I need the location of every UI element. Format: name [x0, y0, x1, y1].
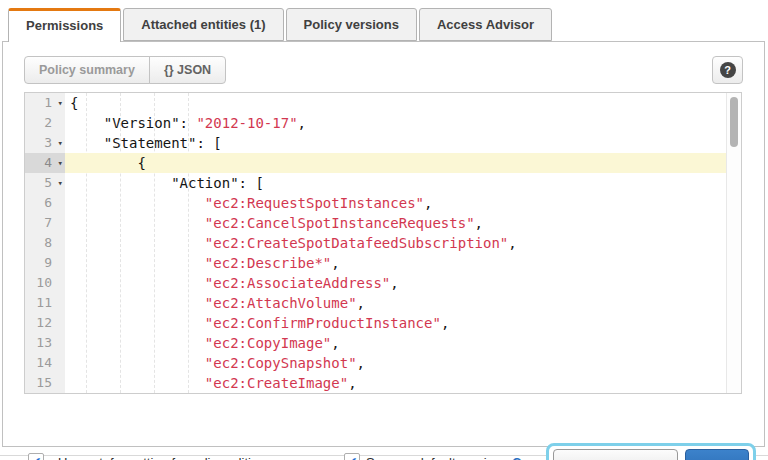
- tab-attached-entities-1[interactable]: Attached entities (1): [123, 8, 283, 41]
- iam-policy-editor: PermissionsAttached entities (1)Policy v…: [0, 0, 768, 460]
- question-mark-icon: ?: [720, 62, 736, 78]
- code-text: "ec2:CreateImage",: [65, 373, 357, 393]
- code-text: "ec2:AssociateAddress",: [65, 273, 399, 293]
- autoformat-label: Use autoformatting for policy editing: [58, 455, 265, 460]
- tab-permissions[interactable]: Permissions: [8, 8, 121, 42]
- code-line-3[interactable]: 3▾ "Statement": [: [25, 133, 741, 153]
- tab-access-advisor[interactable]: Access Advisor: [419, 8, 552, 41]
- code-text: "ec2:CancelSpotInstanceRequests",: [65, 213, 483, 233]
- code-line-1[interactable]: 1▾{: [25, 93, 741, 113]
- checkmark-icon: ✔: [347, 455, 357, 460]
- autoformat-checkbox[interactable]: ✔: [28, 453, 44, 460]
- code-text: "ec2:CreateSpotDatafeedSubscription",: [65, 233, 517, 253]
- code-text: "ec2:ConfirmProductInstance",: [65, 313, 449, 333]
- code-line-15[interactable]: 15 "ec2:CreateImage",: [25, 373, 741, 393]
- code-text: "ec2:CopyImage",: [65, 333, 340, 353]
- line-number: 4▾: [25, 153, 65, 173]
- tab-policy-versions[interactable]: Policy versions: [286, 8, 417, 41]
- code-line-5[interactable]: 5▾ "Action": [: [25, 173, 741, 193]
- view-toggle: Policy summary {} JSON: [24, 56, 226, 84]
- fold-arrow-icon[interactable]: ▾: [58, 173, 63, 193]
- permissions-panel: Policy summary {} JSON ? 1▾{2 "Version":…: [2, 41, 765, 447]
- line-number: 9: [25, 253, 65, 273]
- policy-summary-button[interactable]: Policy summary: [24, 56, 150, 84]
- code-line-10[interactable]: 10 "ec2:AssociateAddress",: [25, 273, 741, 293]
- tab-bar: PermissionsAttached entities (1)Policy v…: [8, 8, 554, 41]
- code-line-2[interactable]: 2 "Version": "2012-10-17",: [25, 113, 741, 133]
- code-text: "ec2:RequestSpotInstances",: [65, 193, 432, 213]
- code-text: "Version": "2012-10-17",: [65, 113, 306, 133]
- validate-policy-button[interactable]: Validate policy: [553, 449, 677, 460]
- code-line-7[interactable]: 7 "ec2:CancelSpotInstanceRequests",: [25, 213, 741, 233]
- line-number: 10: [25, 273, 65, 293]
- line-number: 3▾: [25, 133, 65, 153]
- code-text: {: [65, 153, 146, 173]
- line-number: 7: [25, 213, 65, 233]
- help-button[interactable]: ?: [712, 56, 743, 84]
- code-text: "ec2:AttachVolume",: [65, 293, 365, 313]
- code-line-8[interactable]: 8 "ec2:CreateSpotDatafeedSubscription",: [25, 233, 741, 253]
- checkmark-icon: ✔: [31, 455, 41, 460]
- line-number: 12: [25, 313, 65, 333]
- fold-arrow-icon[interactable]: ▾: [58, 133, 63, 153]
- code-line-11[interactable]: 11 "ec2:AttachVolume",: [25, 293, 741, 313]
- code-text: "ec2:Describe*",: [65, 253, 340, 273]
- code-line-9[interactable]: 9 "ec2:Describe*",: [25, 253, 741, 273]
- line-number: 14: [25, 353, 65, 373]
- code-text: {: [65, 93, 78, 113]
- fold-arrow-icon[interactable]: ▾: [58, 93, 63, 113]
- line-number: 15: [25, 373, 65, 393]
- save-default-label: Save as default version: [366, 455, 501, 460]
- json-code-editor[interactable]: 1▾{2 "Version": "2012-10-17",3▾ "Stateme…: [24, 92, 742, 394]
- code-line-14[interactable]: 14 "ec2:CopySnapshot",: [25, 353, 741, 373]
- line-number: 5▾: [25, 173, 65, 193]
- line-number: 13: [25, 333, 65, 353]
- code-text: "Statement": [: [65, 133, 222, 153]
- json-view-button[interactable]: {} JSON: [149, 56, 226, 84]
- save-default-checkbox[interactable]: ✔: [344, 453, 360, 460]
- scrollbar-thumb[interactable]: [730, 97, 738, 147]
- line-number: 11: [25, 293, 65, 313]
- code-line-6[interactable]: 6 "ec2:RequestSpotInstances",: [25, 193, 741, 213]
- save-button[interactable]: Save: [685, 449, 749, 460]
- line-number: 2: [25, 113, 65, 133]
- code-lines: 1▾{2 "Version": "2012-10-17",3▾ "Stateme…: [25, 93, 741, 393]
- fold-arrow-icon[interactable]: ▾: [58, 153, 63, 173]
- line-number: 6: [25, 193, 65, 213]
- editor-scrollbar[interactable]: [726, 93, 741, 393]
- code-line-12[interactable]: 12 "ec2:ConfirmProductInstance",: [25, 313, 741, 333]
- focus-ring: Validate policy Save: [546, 443, 756, 460]
- code-text: "Action": [: [65, 173, 264, 193]
- code-line-4[interactable]: 4▾ {: [25, 153, 741, 173]
- line-number: 8: [25, 233, 65, 253]
- code-text: "ec2:CopySnapshot",: [65, 353, 365, 373]
- code-line-13[interactable]: 13 "ec2:CopyImage",: [25, 333, 741, 353]
- line-number: 1▾: [25, 93, 65, 113]
